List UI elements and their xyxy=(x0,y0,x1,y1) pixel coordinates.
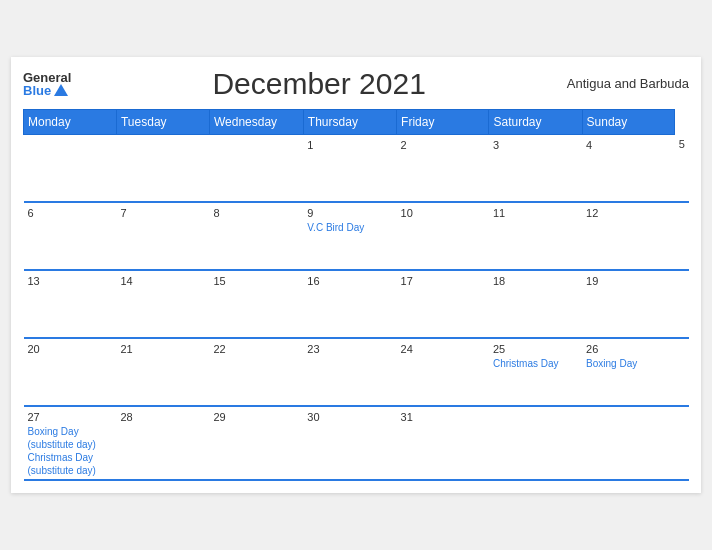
calendar-day-cell: 20 xyxy=(24,338,117,406)
holiday-label: Boxing Day xyxy=(586,357,671,370)
month-year-title: December 2021 xyxy=(71,67,566,101)
day-number: 6 xyxy=(28,207,113,219)
calendar-day-cell: 14 xyxy=(116,270,209,338)
col-monday: Monday xyxy=(24,109,117,134)
calendar-day-cell: 11 xyxy=(489,202,582,270)
calendar-day-cell: 24 xyxy=(397,338,489,406)
col-thursday: Thursday xyxy=(303,109,396,134)
holiday-label: V.C Bird Day xyxy=(307,221,392,234)
calendar-day-cell: 15 xyxy=(209,270,303,338)
holiday-label: Christmas Day xyxy=(493,357,578,370)
calendar-day-cell: 9V.C Bird Day xyxy=(303,202,396,270)
col-saturday: Saturday xyxy=(489,109,582,134)
day-number: 9 xyxy=(307,207,392,219)
calendar-day-cell: 19 xyxy=(582,270,675,338)
day-number: 28 xyxy=(120,411,205,423)
calendar-day-cell xyxy=(209,134,303,202)
day-number: 11 xyxy=(493,207,578,219)
calendar-day-cell: 17 xyxy=(397,270,489,338)
logo: General Blue xyxy=(23,71,71,97)
calendar-day-cell: 23 xyxy=(303,338,396,406)
calendar-day-cell xyxy=(489,406,582,480)
day-number: 21 xyxy=(120,343,205,355)
calendar-day-cell: 4 xyxy=(582,134,675,202)
day-number: 26 xyxy=(586,343,671,355)
calendar-day-cell xyxy=(24,134,117,202)
day-number: 16 xyxy=(307,275,392,287)
calendar-week-row: 6789V.C Bird Day101112 xyxy=(24,202,690,270)
calendar-day-cell: 31 xyxy=(397,406,489,480)
calendar-day-cell: 27Boxing Day (substitute day) Christmas … xyxy=(24,406,117,480)
calendar-day-cell: 6 xyxy=(24,202,117,270)
day-number: 1 xyxy=(307,139,392,151)
calendar-day-cell: 12 xyxy=(582,202,675,270)
day-number: 18 xyxy=(493,275,578,287)
logo-blue-text: Blue xyxy=(23,84,71,97)
calendar-day-cell: 30 xyxy=(303,406,396,480)
col-tuesday: Tuesday xyxy=(116,109,209,134)
calendar-container: General Blue December 2021 Antigua and B… xyxy=(11,57,701,494)
calendar-day-cell: 7 xyxy=(116,202,209,270)
calendar-week-row: 13141516171819 xyxy=(24,270,690,338)
day-number: 2 xyxy=(401,139,485,151)
calendar-day-cell: 18 xyxy=(489,270,582,338)
calendar-week-row: 202122232425Christmas Day26Boxing Day xyxy=(24,338,690,406)
day-number: 22 xyxy=(213,343,299,355)
day-number: 13 xyxy=(28,275,113,287)
calendar-day-cell: 28 xyxy=(116,406,209,480)
calendar-day-cell: 22 xyxy=(209,338,303,406)
day-number: 20 xyxy=(28,343,113,355)
calendar-day-cell xyxy=(116,134,209,202)
logo-triangle-icon xyxy=(54,84,68,96)
col-wednesday: Wednesday xyxy=(209,109,303,134)
day-number: 5 xyxy=(679,138,685,150)
day-number: 30 xyxy=(307,411,392,423)
day-number: 8 xyxy=(213,207,299,219)
day-number: 31 xyxy=(401,411,485,423)
day-number: 17 xyxy=(401,275,485,287)
col-sunday: Sunday xyxy=(582,109,675,134)
calendar-table: Monday Tuesday Wednesday Thursday Friday… xyxy=(23,109,689,482)
holiday-label: Boxing Day (substitute day) Christmas Da… xyxy=(28,425,113,477)
calendar-day-cell: 10 xyxy=(397,202,489,270)
day-number: 3 xyxy=(493,139,578,151)
day-number: 7 xyxy=(120,207,205,219)
calendar-day-cell: 25Christmas Day xyxy=(489,338,582,406)
day-number: 25 xyxy=(493,343,578,355)
logo-general-text: General xyxy=(23,71,71,84)
day-number: 12 xyxy=(586,207,671,219)
day-number: 15 xyxy=(213,275,299,287)
calendar-day-cell: 8 xyxy=(209,202,303,270)
calendar-day-cell: 5 xyxy=(675,134,689,202)
calendar-day-cell: 21 xyxy=(116,338,209,406)
calendar-day-cell: 29 xyxy=(209,406,303,480)
day-number: 4 xyxy=(586,139,671,151)
day-number: 14 xyxy=(120,275,205,287)
day-number: 24 xyxy=(401,343,485,355)
calendar-header: General Blue December 2021 Antigua and B… xyxy=(23,67,689,101)
calendar-day-cell: 16 xyxy=(303,270,396,338)
day-number: 19 xyxy=(586,275,671,287)
day-number: 27 xyxy=(28,411,113,423)
country-label: Antigua and Barbuda xyxy=(567,76,689,91)
calendar-day-cell: 2 xyxy=(397,134,489,202)
col-friday: Friday xyxy=(397,109,489,134)
day-number: 23 xyxy=(307,343,392,355)
calendar-day-cell: 3 xyxy=(489,134,582,202)
calendar-week-row: 27Boxing Day (substitute day) Christmas … xyxy=(24,406,690,480)
calendar-day-cell: 13 xyxy=(24,270,117,338)
calendar-day-cell xyxy=(582,406,675,480)
weekday-header-row: Monday Tuesday Wednesday Thursday Friday… xyxy=(24,109,690,134)
day-number: 10 xyxy=(401,207,485,219)
day-number: 29 xyxy=(213,411,299,423)
calendar-day-cell: 1 xyxy=(303,134,396,202)
calendar-week-row: 12345 xyxy=(24,134,690,202)
calendar-day-cell: 26Boxing Day xyxy=(582,338,675,406)
